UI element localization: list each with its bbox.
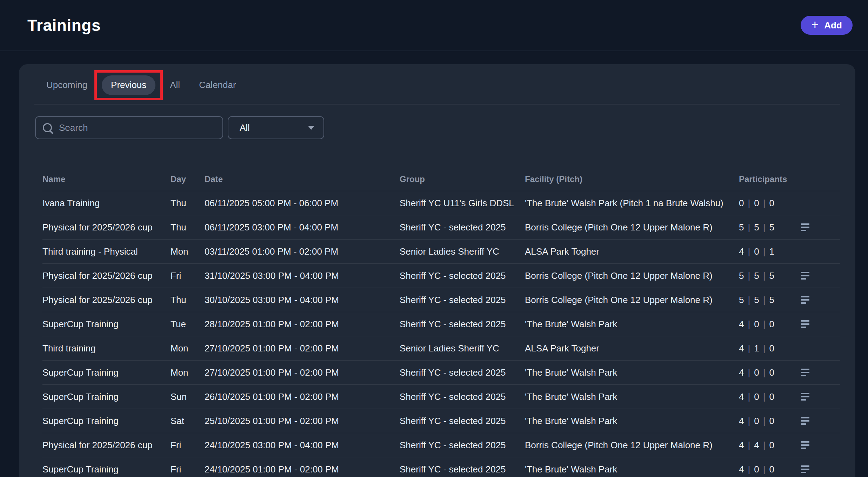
table-row[interactable]: Physical for 2025/2026 cupThu30/10/2025 …	[42, 288, 840, 312]
cell-date: 06/11/2025 03:00 PM - 04:00 PM	[205, 222, 400, 233]
cell-group: Sheriff YC - selected 2025	[400, 270, 525, 281]
row-menu-icon[interactable]	[801, 393, 810, 401]
table-row[interactable]: Physical for 2025/2026 cupFri31/10/2025 …	[42, 263, 840, 288]
cell-name: SuperCup Training	[42, 391, 171, 402]
column-header-group: Group	[400, 174, 525, 184]
cell-facility: ALSA Park Togher	[525, 246, 739, 257]
participants-count: 5	[739, 222, 744, 233]
tab-upcoming[interactable]: Upcoming	[44, 80, 89, 90]
participants-count: 4	[739, 343, 744, 354]
tab-calendar[interactable]: Calendar	[197, 80, 238, 90]
row-menu-icon[interactable]	[801, 223, 810, 231]
row-menu-icon[interactable]	[801, 369, 810, 376]
participants-separator: |	[748, 464, 750, 475]
cell-group: Senior Ladies Sheriff YC	[400, 246, 525, 257]
table-row[interactable]: Third trainingMon27/10/2025 01:00 PM - 0…	[42, 336, 840, 360]
participants-count: 0	[739, 198, 744, 209]
cell-day: Fri	[171, 270, 205, 281]
table-body: Ivana TrainingThu06/11/2025 05:00 PM - 0…	[42, 191, 840, 477]
add-button[interactable]: + Add	[801, 16, 853, 35]
table-row[interactable]: Physical for 2025/2026 cupFri24/10/2025 …	[42, 433, 840, 457]
table-row[interactable]: SuperCup TrainingSun26/10/2025 01:00 PM …	[42, 384, 840, 409]
participants-count: 0	[754, 464, 759, 475]
participants-separator: |	[748, 367, 750, 378]
type-filter-select[interactable]: All	[228, 116, 324, 139]
table-header-row: NameDayDateGroupFacility (Pitch)Particip…	[42, 168, 840, 191]
participants-count: 4	[739, 416, 744, 426]
participants-count: 5	[754, 295, 759, 305]
type-filter-value: All	[240, 122, 250, 133]
participants-separator: |	[763, 246, 766, 257]
cell-group: Sheriff YC - selected 2025	[400, 416, 525, 426]
cell-day: Thu	[171, 222, 205, 233]
tab-all[interactable]: All	[168, 80, 182, 90]
participants-count: 5	[769, 270, 774, 281]
cell-actions	[792, 369, 840, 376]
cell-date: 06/11/2025 05:00 PM - 06:00 PM	[205, 198, 400, 209]
cell-facility: Borris College (Pitch One 12 Upper Malon…	[525, 270, 739, 281]
cell-actions	[792, 223, 840, 231]
table-row[interactable]: SuperCup TrainingSat25/10/2025 01:00 PM …	[42, 409, 840, 433]
participants-separator: |	[763, 440, 766, 451]
annotation-highlight-box: Previous	[94, 70, 163, 100]
cell-actions	[792, 417, 840, 425]
cell-group: Sheriff YC - selected 2025	[400, 367, 525, 378]
row-menu-icon[interactable]	[801, 272, 810, 280]
table-row[interactable]: Physical for 2025/2026 cupThu06/11/2025 …	[42, 215, 840, 239]
participants-count: 0	[769, 343, 774, 354]
cell-group: Sheriff YC - selected 2025	[400, 295, 525, 305]
cell-facility: Borris College (Pitch One 12 Upper Malon…	[525, 440, 739, 451]
table-row[interactable]: Third training - PhysicalMon03/11/2025 0…	[42, 239, 840, 263]
row-menu-icon[interactable]	[801, 441, 810, 449]
participants-count: 0	[754, 416, 759, 426]
participants-separator: |	[748, 440, 750, 451]
row-menu-icon[interactable]	[801, 320, 810, 328]
participants-separator: |	[763, 270, 766, 281]
tab-previous[interactable]: Previous	[102, 75, 155, 95]
participants-count: 4	[739, 319, 744, 330]
search-input[interactable]	[58, 122, 215, 134]
filters-row: All	[34, 116, 840, 139]
cell-participants: 5|5|5	[739, 270, 792, 281]
participants-count: 0	[754, 367, 759, 378]
cell-name: SuperCup Training	[42, 464, 171, 475]
cell-name: SuperCup Training	[42, 367, 171, 378]
participants-count: 4	[739, 440, 744, 451]
table-row[interactable]: Ivana TrainingThu06/11/2025 05:00 PM - 0…	[42, 191, 840, 215]
cell-day: Fri	[171, 440, 205, 451]
cell-name: Physical for 2025/2026 cup	[42, 440, 171, 451]
participants-count: 5	[754, 270, 759, 281]
cell-date: 31/10/2025 03:00 PM - 04:00 PM	[205, 270, 400, 281]
row-menu-icon[interactable]	[801, 296, 810, 304]
cell-day: Sun	[171, 391, 205, 402]
cell-actions	[792, 296, 840, 304]
table-row[interactable]: SuperCup TrainingTue28/10/2025 01:00 PM …	[42, 312, 840, 336]
table-row[interactable]: SuperCup TrainingFri24/10/2025 01:00 PM …	[42, 457, 840, 477]
participants-count: 0	[754, 319, 759, 330]
row-menu-icon[interactable]	[801, 465, 810, 473]
cell-name: Physical for 2025/2026 cup	[42, 222, 171, 233]
participants-separator: |	[763, 464, 766, 475]
cell-actions	[792, 272, 840, 280]
cell-facility: ALSA Park Togher	[525, 343, 739, 354]
search-box[interactable]	[35, 116, 223, 139]
participants-separator: |	[763, 319, 766, 330]
cell-day: Mon	[171, 246, 205, 257]
trainings-table: NameDayDateGroupFacility (Pitch)Particip…	[34, 168, 840, 477]
table-row[interactable]: SuperCup TrainingMon27/10/2025 01:00 PM …	[42, 360, 840, 384]
participants-separator: |	[763, 295, 766, 305]
cell-group: Sheriff YC U11's Girls DDSL	[400, 198, 525, 209]
cell-participants: 4|0|1	[739, 246, 792, 257]
cell-facility: 'The Brute' Walsh Park	[525, 416, 739, 426]
participants-count: 5	[769, 222, 774, 233]
tab-bar: UpcomingPreviousAllCalendar	[34, 64, 840, 104]
participants-separator: |	[748, 295, 750, 305]
participants-count: 4	[754, 440, 759, 451]
participants-count: 4	[739, 464, 744, 475]
cell-date: 24/10/2025 01:00 PM - 02:00 PM	[205, 464, 400, 475]
participants-count: 0	[769, 416, 774, 426]
cell-group: Sheriff YC - selected 2025	[400, 464, 525, 475]
cell-participants: 4|0|0	[739, 464, 792, 475]
row-menu-icon[interactable]	[801, 417, 810, 425]
participants-separator: |	[748, 343, 750, 354]
